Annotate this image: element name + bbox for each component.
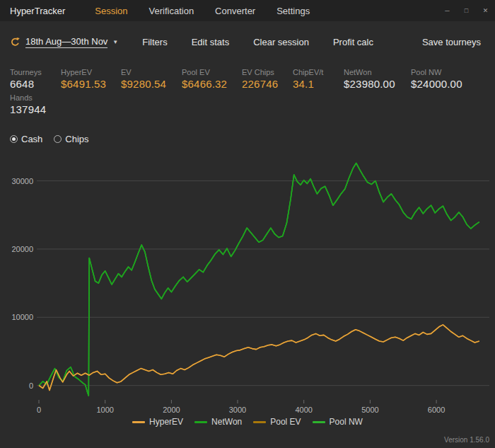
radio-chips[interactable]: Chips xyxy=(54,134,88,144)
profit-calc-button[interactable]: Profit calc xyxy=(329,34,378,50)
radio-label: Chips xyxy=(65,134,88,144)
legend-swatch xyxy=(132,421,145,423)
stat-value: 34.1 xyxy=(293,77,344,91)
edit-stats-button[interactable]: Edit stats xyxy=(187,34,233,50)
svg-text:2000: 2000 xyxy=(163,406,180,414)
clear-session-button[interactable]: Clear session xyxy=(249,34,313,50)
stat-label: Hands xyxy=(10,93,61,103)
radio-cash[interactable]: Cash xyxy=(10,134,42,144)
version-label: Version 1.56.0 xyxy=(444,436,489,444)
close-icon[interactable]: ✕ xyxy=(476,0,495,21)
date-range-selector[interactable]: 18th Aug—30th Nov ▼ xyxy=(10,36,118,48)
legend-swatch xyxy=(194,421,207,423)
app-title: HyperTracker xyxy=(10,6,65,16)
view-toggle: Cash Chips xyxy=(10,133,485,144)
svg-text:5000: 5000 xyxy=(361,406,378,414)
legend-swatch xyxy=(313,421,325,423)
stat-label: EV Chips xyxy=(242,67,293,77)
stat-hyperev: HyperEV $6491.53 xyxy=(61,67,121,116)
stat-pool-nw: Pool NW $24000.00 xyxy=(411,67,489,116)
stat-value: $6491.53 xyxy=(61,77,121,91)
svg-text:4000: 4000 xyxy=(295,406,312,414)
svg-text:20000: 20000 xyxy=(11,245,33,253)
stat-chipev-t: ChipEV/t 34.1 xyxy=(293,67,344,116)
stat-ev: EV $9280.54 xyxy=(121,67,182,116)
stat-label: HyperEV xyxy=(61,67,121,77)
legend-item-pool-ev: Pool EV xyxy=(253,417,301,427)
stat-label: NetWon xyxy=(344,67,411,77)
stat-label: Pool EV xyxy=(182,67,242,77)
minimize-icon[interactable]: ─ xyxy=(438,0,457,21)
tab-settings[interactable]: Settings xyxy=(276,6,310,16)
svg-text:1000: 1000 xyxy=(96,406,113,414)
tab-converter[interactable]: Converter xyxy=(215,6,255,16)
tab-session[interactable]: Session xyxy=(95,6,127,16)
stat-value: $23980.00 xyxy=(344,77,411,91)
tab-verification[interactable]: Verification xyxy=(149,6,194,16)
svg-text:0: 0 xyxy=(37,406,41,414)
stats-row: Tourneys 6648 Hands 137944 HyperEV $6491… xyxy=(10,67,485,116)
main-menu: Session Verification Converter Settings xyxy=(95,6,310,16)
stat-value: $24000.00 xyxy=(411,77,489,91)
legend-item-netwon: NetWon xyxy=(194,417,242,427)
profit-chart: 0100002000030000010002000300040005000600… xyxy=(0,148,495,415)
toolbar: 18th Aug—30th Nov ▼ Filters Edit stats C… xyxy=(10,34,485,50)
stat-value: $9280.54 xyxy=(121,77,182,91)
radio-unselected-icon[interactable] xyxy=(54,135,62,143)
radio-selected-icon[interactable] xyxy=(10,135,18,143)
svg-text:30000: 30000 xyxy=(11,177,33,185)
stat-value: 226746 xyxy=(242,77,293,91)
chevron-down-icon: ▼ xyxy=(112,39,118,45)
legend-label: NetWon xyxy=(211,417,242,427)
svg-text:0: 0 xyxy=(29,381,33,390)
stat-pool-ev: Pool EV $6466.32 xyxy=(182,67,242,116)
svg-text:10000: 10000 xyxy=(11,313,33,321)
legend-label: Pool NW xyxy=(330,417,363,427)
svg-text:3000: 3000 xyxy=(229,406,246,414)
stat-value: $6466.32 xyxy=(182,77,242,91)
legend-item-hyperev: HyperEV xyxy=(132,417,183,427)
filters-button[interactable]: Filters xyxy=(138,34,171,50)
window-controls: ─ □ ✕ xyxy=(438,0,495,21)
save-tourneys-button[interactable]: Save tourneys xyxy=(418,34,485,50)
stat-ev-chips: EV Chips 226746 xyxy=(242,67,293,116)
stat-label: ChipEV/t xyxy=(293,67,344,77)
titlebar: HyperTracker Session Verification Conver… xyxy=(0,0,495,21)
legend-swatch xyxy=(253,421,266,423)
stat-label: EV xyxy=(121,67,182,77)
chart-legend: HyperEV NetWon Pool EV Pool NW xyxy=(0,417,495,427)
stat-netwon: NetWon $23980.00 xyxy=(344,67,411,116)
legend-item-pool-nw: Pool NW xyxy=(313,417,363,427)
stat-value: 6648 xyxy=(10,77,61,91)
legend-label: HyperEV xyxy=(149,417,183,427)
refresh-icon[interactable] xyxy=(10,37,21,47)
stat-label: Tourneys xyxy=(10,67,61,77)
radio-label: Cash xyxy=(21,134,42,144)
maximize-icon[interactable]: □ xyxy=(457,0,476,21)
profit-graph-svg: 0100002000030000010002000300040005000600… xyxy=(0,148,495,415)
legend-label: Pool EV xyxy=(270,417,301,427)
svg-text:6000: 6000 xyxy=(428,406,445,414)
date-range-label[interactable]: 18th Aug—30th Nov xyxy=(25,36,107,48)
toolbar-buttons: Filters Edit stats Clear session Profit … xyxy=(138,34,378,50)
stat-label: Pool NW xyxy=(411,67,489,77)
stat-value: 137944 xyxy=(10,103,61,116)
stat-tourneys: Tourneys 6648 Hands 137944 xyxy=(10,67,61,116)
